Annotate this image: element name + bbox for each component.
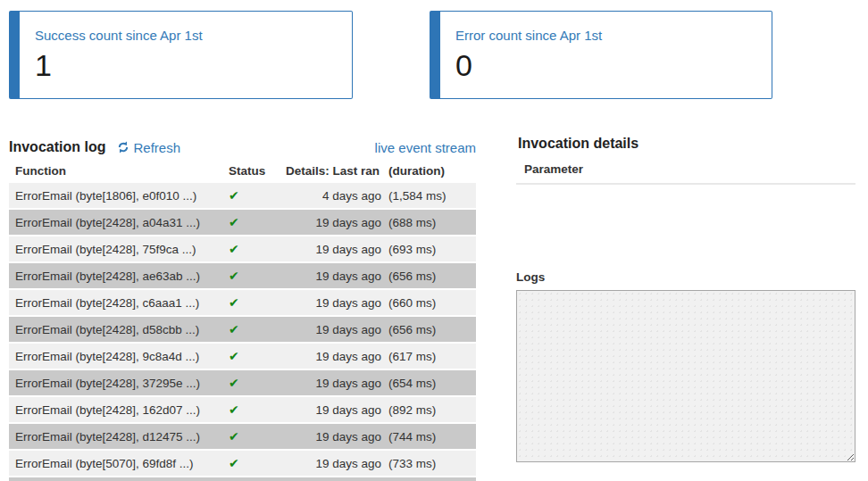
table-row[interactable]: ErrorEmail (byte[2428], 9c8a4d ...) ✔ 19…	[9, 344, 476, 369]
duration-cell: (892 ms)	[381, 403, 476, 417]
success-check-icon: ✔	[229, 242, 239, 256]
success-check-icon: ✔	[229, 456, 239, 470]
error-count-value: 0	[455, 48, 772, 82]
status-cell: ✔	[214, 189, 270, 203]
success-check-icon: ✔	[229, 376, 239, 390]
table-row[interactable]: ErrorEmail (byte[5070], 69fd8f ...) ✔ 19…	[9, 451, 476, 476]
status-cell: ✔	[214, 296, 270, 310]
status-cell: ✔	[214, 377, 270, 390]
column-header-duration: (duration)	[381, 164, 476, 178]
function-cell: ErrorEmail (byte[2428], 37295e ...)	[9, 377, 214, 390]
last-ran-cell: 19 days ago	[270, 323, 381, 336]
status-cell: ✔	[214, 403, 270, 417]
log-column-headers: Function Status Details: Last ran (durat…	[9, 158, 476, 183]
success-count-value: 1	[35, 48, 352, 82]
duration-cell: (744 ms)	[381, 430, 476, 444]
function-cell: ErrorEmail (byte[2428], ae63ab ...)	[9, 270, 214, 283]
error-count-card: Error count since Apr 1st 0	[430, 11, 772, 99]
column-header-status: Status	[214, 164, 270, 178]
live-event-stream-link[interactable]: live event stream	[375, 140, 476, 155]
table-row[interactable]: ErrorEmail (byte[2428], 162d07 ...) ✔ 19…	[9, 397, 476, 422]
table-row[interactable]: ErrorEmail (byte[2428], c6aaa1 ...) ✔ 19…	[9, 290, 476, 315]
success-check-icon: ✔	[229, 429, 239, 444]
table-row[interactable]: ErrorEmail (byte[2428], 37295e ...) ✔ 19…	[9, 370, 476, 395]
function-cell: ErrorEmail (byte[2428], c6aaa1 ...)	[9, 296, 214, 310]
invocation-details-title: Invocation details	[516, 135, 855, 153]
duration-cell: (693 ms)	[381, 243, 476, 256]
status-cell: ✔	[214, 216, 270, 229]
function-cell: ErrorEmail (byte[2428], 162d07 ...)	[9, 403, 214, 417]
duration-cell: (654 ms)	[381, 377, 476, 390]
last-ran-cell: 19 days ago	[270, 216, 381, 229]
refresh-label: Refresh	[133, 140, 180, 155]
status-cell: ✔	[214, 430, 270, 444]
duration-cell: (656 ms)	[381, 323, 476, 336]
parameter-divider	[516, 183, 855, 185]
duration-cell: (656 ms)	[381, 270, 476, 283]
invocation-log-section: Invocation log Refresh live event stream…	[9, 137, 476, 481]
function-cell: ErrorEmail (byte[2428], 75f9ca ...)	[9, 243, 214, 256]
logs-textarea[interactable]	[516, 290, 855, 462]
duration-cell: (1,584 ms)	[381, 189, 476, 203]
column-header-function: Function	[9, 164, 214, 178]
last-ran-cell: 19 days ago	[270, 270, 381, 283]
last-ran-cell: 19 days ago	[270, 403, 381, 417]
function-cell: ErrorEmail (byte[2428], 9c8a4d ...)	[9, 350, 214, 363]
function-cell: ErrorEmail (byte[2428], a04a31 ...)	[9, 216, 214, 229]
duration-cell: (617 ms)	[381, 350, 476, 363]
table-row[interactable]	[9, 477, 476, 481]
success-check-icon: ✔	[229, 295, 239, 310]
function-cell: ErrorEmail (byte[5070], 69fd8f ...)	[9, 457, 214, 470]
function-cell: ErrorEmail (byte[2428], d58cbb ...)	[9, 323, 214, 336]
table-row[interactable]: ErrorEmail (byte[2428], d12475 ...) ✔ 19…	[9, 424, 476, 449]
success-check-icon: ✔	[229, 215, 239, 229]
table-row[interactable]: ErrorEmail (byte[2428], 75f9ca ...) ✔ 19…	[9, 236, 476, 261]
invocation-details-section: Invocation details Parameter Logs	[516, 135, 855, 466]
status-cell: ✔	[214, 270, 270, 283]
status-cell: ✔	[214, 243, 270, 256]
last-ran-cell: 19 days ago	[270, 430, 381, 444]
log-rows: ErrorEmail (byte[1806], e0f010 ...) ✔ 4 …	[9, 183, 476, 481]
last-ran-cell: 4 days ago	[270, 189, 381, 203]
table-row[interactable]: ErrorEmail (byte[2428], a04a31 ...) ✔ 19…	[9, 210, 476, 235]
status-cell: ✔	[214, 323, 270, 336]
success-check-icon: ✔	[229, 188, 239, 203]
success-check-icon: ✔	[229, 349, 239, 363]
last-ran-cell: 19 days ago	[270, 457, 381, 470]
duration-cell: (660 ms)	[381, 296, 476, 310]
parameter-column-header: Parameter	[516, 163, 855, 176]
functions-monitor-page: Success count since Apr 1st 1 Error coun…	[0, 0, 868, 481]
duration-cell: (688 ms)	[381, 216, 476, 229]
duration-cell: (733 ms)	[381, 457, 476, 470]
function-cell: ErrorEmail (byte[1806], e0f010 ...)	[9, 189, 214, 203]
refresh-icon	[117, 141, 129, 153]
invocation-log-title: Invocation log	[9, 139, 105, 155]
column-header-last-ran: Details: Last ran	[270, 164, 381, 178]
logs-label: Logs	[516, 271, 855, 284]
status-cell: ✔	[214, 350, 270, 363]
status-cell: ✔	[214, 457, 270, 470]
success-count-card: Success count since Apr 1st 1	[9, 11, 353, 99]
last-ran-cell: 19 days ago	[270, 296, 381, 310]
error-count-label: Error count since Apr 1st	[455, 28, 772, 44]
success-check-icon: ✔	[229, 269, 239, 283]
invocation-log-header: Invocation log Refresh live event stream	[9, 137, 476, 158]
table-row[interactable]: ErrorEmail (byte[1806], e0f010 ...) ✔ 4 …	[9, 183, 476, 208]
last-ran-cell: 19 days ago	[270, 350, 381, 363]
last-ran-cell: 19 days ago	[270, 377, 381, 390]
refresh-button[interactable]: Refresh	[117, 140, 180, 155]
success-check-icon: ✔	[229, 402, 239, 417]
last-ran-cell: 19 days ago	[270, 243, 381, 256]
table-row[interactable]: ErrorEmail (byte[2428], d58cbb ...) ✔ 19…	[9, 317, 476, 342]
function-cell: ErrorEmail (byte[2428], d12475 ...)	[9, 430, 214, 444]
success-check-icon: ✔	[229, 322, 239, 336]
table-row[interactable]: ErrorEmail (byte[2428], ae63ab ...) ✔ 19…	[9, 263, 476, 288]
success-count-label: Success count since Apr 1st	[35, 28, 352, 44]
